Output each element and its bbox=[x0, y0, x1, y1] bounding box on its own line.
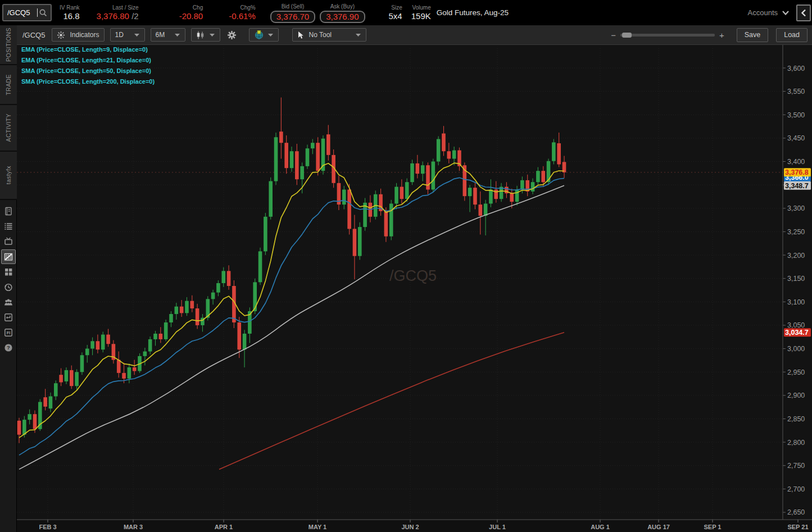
sidebar-chart-icon[interactable] bbox=[1, 249, 16, 264]
svg-text:APR 1: APR 1 bbox=[215, 524, 233, 530]
svg-text:3,550: 3,550 bbox=[787, 88, 805, 96]
sidebar-journal-icon[interactable] bbox=[1, 204, 16, 219]
indicators-icon bbox=[57, 31, 65, 39]
accounts-label: Accounts bbox=[748, 8, 778, 17]
history-icon bbox=[4, 283, 13, 292]
iv-rank-label: IV Rank bbox=[60, 4, 80, 11]
timeframe-value: 1D bbox=[115, 31, 124, 39]
drawing-tool-value: No Tool bbox=[309, 31, 355, 39]
svg-text:3,200: 3,200 bbox=[787, 252, 805, 260]
accounts-menu[interactable]: Accounts bbox=[748, 8, 790, 17]
save-button[interactable]: Save bbox=[737, 28, 769, 42]
chart-panel[interactable]: /GCQ53,6003,5503,5003,4503,4003,3503,300… bbox=[17, 45, 812, 532]
collapse-panel-button[interactable] bbox=[796, 4, 811, 21]
last-value: 3,376.80 bbox=[97, 11, 129, 21]
chevron-left-icon bbox=[801, 9, 806, 17]
chart-toolbar: /GCQ5 Indicators 1D 6M bbox=[17, 25, 812, 45]
sidebar-watchlist-icon[interactable] bbox=[1, 219, 16, 234]
compare-dropdown[interactable] bbox=[249, 28, 279, 42]
svg-text:3,034.7: 3,034.7 bbox=[785, 329, 809, 337]
range-value: 6M bbox=[156, 31, 165, 39]
last-size-label: Last / Size bbox=[112, 4, 139, 11]
zoom-in-button[interactable]: + bbox=[715, 30, 729, 40]
volume-label: Volume bbox=[412, 4, 430, 11]
svg-text:3,348.7: 3,348.7 bbox=[785, 182, 809, 190]
load-button[interactable]: Load bbox=[776, 28, 808, 42]
price-axis-labels: 3,6003,5503,5003,4503,4003,3503,3003,250… bbox=[787, 65, 805, 517]
chart-type-dropdown[interactable] bbox=[191, 28, 220, 42]
svg-text:3,450: 3,450 bbox=[787, 134, 805, 142]
zoom-out-button[interactable]: − bbox=[606, 30, 620, 40]
last-size: /2 bbox=[131, 11, 139, 21]
return-icon bbox=[4, 313, 13, 322]
sidebar-tab-trade[interactable]: TRADE bbox=[0, 65, 17, 105]
ema21-line bbox=[19, 178, 564, 455]
bid-button[interactable]: 3,376.70 bbox=[270, 11, 315, 23]
sidebar-tab-label: ACTIVITY bbox=[5, 113, 12, 142]
ask-field: Ask (Buy) 3,376.90 bbox=[320, 2, 365, 24]
sidebar-return-icon[interactable] bbox=[1, 310, 16, 325]
svg-text:FI: FI bbox=[6, 330, 10, 335]
indicator-legend: EMA (Price=CLOSE, Length=9, Displace=0)E… bbox=[21, 46, 155, 85]
chart-watermark: /GCQ5 bbox=[389, 267, 437, 284]
svg-text:JUL 1: JUL 1 bbox=[489, 524, 506, 530]
sidebar-tab-tastyfx[interactable]: tastyfx bbox=[0, 152, 17, 200]
symbol-search[interactable] bbox=[2, 4, 52, 21]
ask-label: Ask (Buy) bbox=[330, 3, 355, 10]
sidebar-dashboard-icon[interactable] bbox=[1, 265, 16, 279]
svg-text:3,300: 3,300 bbox=[787, 204, 805, 212]
volume-field: Volume 159K bbox=[411, 2, 431, 24]
svg-text:AUG 17: AUG 17 bbox=[647, 524, 670, 530]
svg-text:JUN 2: JUN 2 bbox=[401, 524, 419, 530]
svg-text:2,900: 2,900 bbox=[787, 392, 805, 399]
range-dropdown[interactable]: 6M bbox=[151, 28, 185, 42]
fi-icon: FI bbox=[4, 328, 13, 337]
chart-icon bbox=[4, 252, 13, 261]
iv-rank-value: 16.8 bbox=[63, 11, 79, 21]
volume-value: 159K bbox=[411, 11, 431, 21]
zoom-slider[interactable] bbox=[620, 34, 715, 37]
text-cursor bbox=[37, 8, 38, 17]
indicator-legend-line: SMA (Price=CLOSE, Length=200, Displace=0… bbox=[21, 78, 155, 85]
sidebar-tab-positions[interactable]: POSITIONS bbox=[0, 25, 17, 65]
watchlist-icon bbox=[4, 222, 13, 231]
chg-value: -20.80 bbox=[179, 11, 203, 21]
sidebar-tv-icon[interactable] bbox=[1, 234, 16, 249]
zoom-slider-handle[interactable] bbox=[622, 33, 632, 38]
price-callout: 3,034.7 bbox=[784, 328, 811, 337]
svg-text:2,750: 2,750 bbox=[787, 462, 805, 470]
price-chart[interactable]: /GCQ53,6003,5503,5003,4503,4003,3503,300… bbox=[17, 45, 812, 532]
sidebar-fi-icon[interactable]: FI bbox=[1, 325, 16, 340]
sidebar-tab-label: tastyfx bbox=[5, 166, 12, 184]
journal-icon bbox=[4, 207, 13, 216]
chart-symbol-label: /GCQ5 bbox=[22, 31, 45, 39]
last-size-field: Last / Size 3,376.80 /2 bbox=[97, 2, 139, 24]
chart-settings-button[interactable] bbox=[226, 28, 238, 42]
drawing-tool-dropdown[interactable]: No Tool bbox=[292, 28, 366, 42]
indicators-button-label: Indicators bbox=[70, 31, 99, 39]
chg-field: Chg -20.80 bbox=[179, 2, 203, 24]
chevron-down-icon bbox=[355, 33, 361, 37]
sidebar-community-icon[interactable] bbox=[1, 295, 16, 310]
svg-text:3,100: 3,100 bbox=[787, 298, 805, 306]
sidebar-history-icon[interactable] bbox=[1, 280, 16, 294]
sidebar-help-icon[interactable]: ? bbox=[1, 340, 16, 355]
timeframe-dropdown[interactable]: 1D bbox=[110, 28, 145, 42]
svg-text:3,400: 3,400 bbox=[787, 158, 805, 166]
search-icon bbox=[39, 8, 48, 17]
svg-text:2,850: 2,850 bbox=[787, 415, 805, 423]
community-icon bbox=[4, 298, 13, 307]
price-callout: 3,376.8 bbox=[784, 168, 811, 176]
cursor-icon bbox=[297, 31, 305, 39]
symbol-search-input[interactable] bbox=[3, 8, 38, 17]
iv-rank-field: IV Rank 16.8 bbox=[60, 2, 80, 24]
indicator-legend-line: EMA (Price=CLOSE, Length=21, Displace=0) bbox=[21, 57, 151, 63]
ask-button[interactable]: 3,376.90 bbox=[320, 11, 365, 23]
svg-text:3,376.8: 3,376.8 bbox=[785, 169, 809, 176]
sidebar-tab-activity[interactable]: ACTIVITY bbox=[0, 105, 17, 152]
svg-text:3,000: 3,000 bbox=[787, 345, 805, 353]
chevron-down-icon bbox=[782, 11, 790, 15]
chg-label: Chg bbox=[193, 4, 203, 11]
ema9-line bbox=[19, 163, 564, 438]
indicators-button[interactable]: Indicators bbox=[52, 28, 104, 42]
